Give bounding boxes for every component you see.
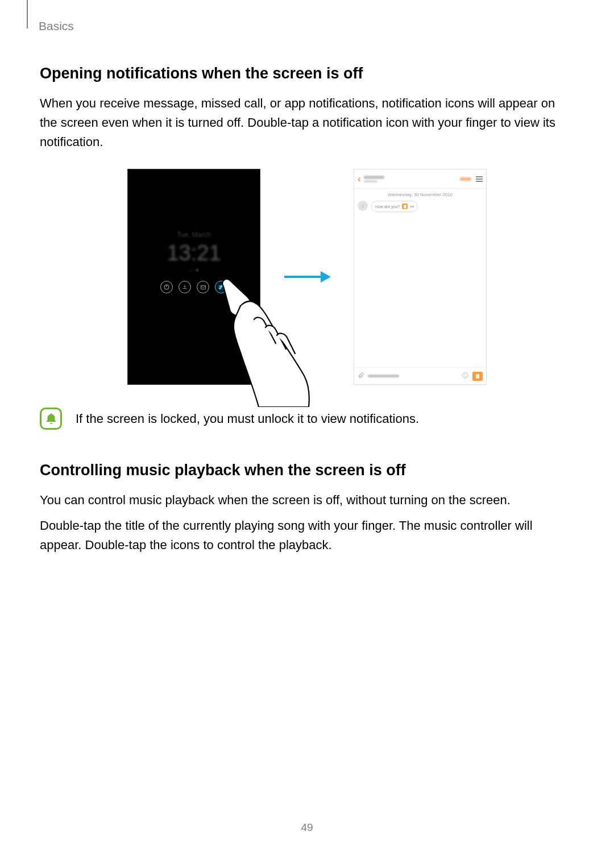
chat-date: Wednesday, 30 November 2016: [354, 189, 486, 201]
section2-paragraph-2: Double-tap the title of the currently pl…: [40, 516, 574, 555]
lock-screen-illustration: Tue, March 13:21 — ■: [127, 169, 260, 385]
svg-point-8: [464, 375, 465, 375]
attach-icon: [358, 372, 364, 380]
svg-rect-2: [183, 288, 187, 289]
section-heading-2: Controlling music playback when the scre…: [40, 460, 574, 480]
lock-day-text: Tue, March: [128, 231, 260, 239]
arrow-icon: [283, 268, 331, 285]
power-icon: [160, 281, 173, 293]
svg-point-9: [466, 375, 467, 375]
page-number: 49: [0, 821, 614, 834]
emoji-icon: [462, 372, 469, 381]
section-paragraph-1: When you receive message, missed call, o…: [40, 94, 574, 152]
notification-icon-highlighted: [215, 281, 227, 293]
svg-point-7: [463, 373, 468, 379]
back-icon: ‹: [358, 174, 360, 184]
missed-call-icon: [179, 281, 191, 293]
svg-rect-10: [476, 374, 479, 379]
lock-time-text: 13:21: [128, 241, 260, 265]
svg-marker-5: [321, 271, 331, 283]
svg-rect-6: [404, 205, 406, 208]
attachment-badge-icon: [402, 203, 408, 209]
section-heading-1: Opening notifications when the screen is…: [40, 64, 574, 84]
hand-illustration: [219, 276, 310, 407]
instruction-figure: Tue, March 13:21 — ■: [40, 169, 574, 385]
bell-note-icon: [40, 408, 62, 430]
send-icon: [472, 372, 483, 381]
breadcrumb: Basics: [39, 19, 74, 33]
section2-paragraph-1: You can control music playback when the …: [40, 491, 574, 510]
menu-icon: [476, 176, 483, 182]
message-icon: [197, 281, 209, 293]
chat-bubble: How are you? ■■: [371, 201, 418, 212]
avatar-icon: J: [358, 201, 368, 211]
messaging-app-illustration: ‹ Wednesday, 30 November 2016 J How are …: [354, 169, 487, 385]
lock-date-text: — ■: [128, 267, 260, 273]
note-text: If the screen is locked, you must unlock…: [76, 409, 419, 428]
